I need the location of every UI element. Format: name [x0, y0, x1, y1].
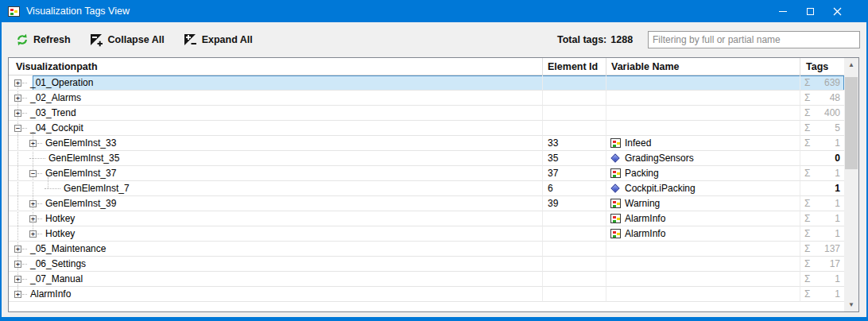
tree-connector — [22, 264, 27, 265]
path-cell[interactable]: + _05_Maintenance — [9, 242, 543, 257]
path-label: GenElemInst_7 — [64, 183, 130, 194]
scrollbar-up-icon[interactable]: ▲ — [844, 58, 858, 72]
sigma-symbol: Σ — [804, 168, 810, 179]
collapse-all-label: Collapse All — [108, 34, 165, 45]
expander-plus-icon[interactable]: + — [29, 215, 37, 222]
path-cell[interactable]: + _01_Operation — [9, 75, 543, 91]
path-label: GenElemInst_33 — [45, 137, 116, 149]
variable-name-cell — [606, 91, 800, 106]
path-label: GenElemInst_39 — [45, 198, 116, 209]
expander-plus-icon[interactable]: + — [14, 95, 21, 102]
column-header-tags[interactable]: Tags — [800, 58, 844, 75]
path-label: Hotkey — [45, 228, 75, 239]
element-id-cell: 6 — [543, 181, 606, 196]
expander-minus-icon[interactable]: − — [29, 170, 37, 177]
collapse-all-button[interactable]: Collapse All — [85, 30, 169, 50]
path-cell[interactable]: + Hotkey — [9, 211, 543, 226]
table-row[interactable]: + _06_Settings Σ 17 — [9, 257, 844, 272]
tree-connector — [45, 188, 60, 189]
tags-count: 1 — [835, 168, 840, 179]
sigma-symbol: Σ — [804, 92, 810, 103]
expander-plus-icon[interactable]: + — [14, 246, 21, 253]
path-cell[interactable]: + _06_Settings — [9, 257, 543, 272]
path-cell[interactable]: + GenElemInst_33 — [9, 136, 543, 151]
tree-connector — [22, 128, 27, 129]
sigma-symbol: Σ — [804, 122, 810, 133]
table-row[interactable]: − GenElemInst_37 37 Packing Σ 1 — [9, 166, 844, 181]
sigma-symbol: Σ — [804, 273, 810, 284]
expander-plus-icon[interactable]: + — [29, 140, 37, 147]
path-cell[interactable]: + GenElemInst_39 — [9, 196, 543, 211]
maximize-button[interactable] — [796, 0, 823, 22]
path-cell[interactable]: GenElemInst_7 — [9, 181, 543, 196]
expander-plus-icon[interactable]: + — [14, 79, 21, 87]
expander-plus-icon[interactable]: + — [29, 200, 37, 207]
tree-indent — [14, 143, 29, 144]
table-row[interactable]: + GenElemInst_33 33 Infeed Σ 1 — [9, 136, 844, 151]
variable-name-cell — [606, 242, 800, 257]
path-cell[interactable]: + _07_Manual — [9, 272, 543, 287]
tags-count: 48 — [830, 92, 840, 103]
path-cell[interactable]: − _04_Cockpit — [9, 121, 543, 136]
scrollbar-thumb[interactable] — [845, 77, 858, 169]
column-header-variable-name[interactable]: Variable Name — [606, 58, 800, 75]
table-row[interactable]: + _03_Trend Σ 400 — [9, 106, 844, 121]
tree-connector — [22, 249, 27, 249]
expander-plus-icon[interactable]: + — [14, 291, 21, 298]
expand-all-button[interactable]: Expand All — [179, 30, 258, 50]
element-id-cell: 33 — [543, 136, 606, 151]
path-cell[interactable]: + _03_Trend — [9, 106, 543, 121]
column-header-element-id[interactable]: Element Id — [543, 58, 606, 75]
table-row[interactable]: + _02_Alarms Σ 48 — [9, 91, 844, 106]
path-cell[interactable]: + _02_Alarms — [9, 91, 543, 106]
expander-plus-icon[interactable]: + — [14, 276, 21, 283]
variable-name-label: Warning — [625, 198, 660, 209]
vertical-scrollbar[interactable]: ▲ ▼ — [844, 58, 858, 311]
scrollbar-down-icon[interactable]: ▼ — [844, 298, 858, 311]
toolbar: Refresh Collapse All Expand All Total ta… — [2, 22, 866, 57]
refresh-button[interactable]: Refresh — [11, 30, 76, 49]
sigma-symbol: Σ — [804, 228, 810, 239]
table-row[interactable]: + _05_Maintenance Σ 137 — [9, 242, 844, 257]
sigma-symbol: Σ — [804, 243, 810, 254]
path-label: GenElemInst_35 — [48, 153, 119, 164]
table-row[interactable]: GenElemInst_35 35 GradingSensors 0 — [9, 151, 844, 166]
path-cell[interactable]: + AlarmInfo — [9, 287, 543, 302]
path-cell[interactable]: − GenElemInst_37 — [9, 166, 543, 181]
app-icon — [8, 6, 20, 17]
element-id-cell — [543, 75, 606, 91]
filter-input[interactable] — [648, 31, 860, 48]
expander-minus-icon[interactable]: − — [14, 125, 21, 132]
table-row[interactable]: + _07_Manual Σ 1 — [9, 272, 844, 287]
column-header-visualizationpath[interactable]: Visualizationpath — [9, 58, 543, 75]
table-row[interactable]: + Hotkey AlarmInfo Σ 1 — [9, 211, 844, 226]
variable-name-cell — [606, 106, 800, 121]
path-label: _01_Operation — [30, 77, 93, 88]
element-id-cell: 35 — [543, 151, 606, 166]
path-cell[interactable]: GenElemInst_35 — [9, 151, 543, 166]
close-button[interactable] — [823, 0, 851, 22]
table-row[interactable]: + _01_Operation Σ 639 — [9, 75, 844, 91]
table-row[interactable]: + GenElemInst_39 39 Warning Σ 1 — [9, 196, 844, 211]
grid-header: Visualizationpath Element Id Variable Na… — [9, 58, 844, 75]
expander-plus-icon[interactable]: + — [29, 230, 37, 238]
table-row[interactable]: + Hotkey AlarmInfo Σ 1 — [9, 226, 844, 242]
variable-name-label: GradingSensors — [625, 153, 694, 164]
tags-cell: Σ 1 — [800, 166, 844, 181]
expander-plus-icon[interactable]: + — [14, 110, 21, 117]
path-cell[interactable]: + Hotkey — [9, 226, 543, 242]
element-id-cell — [543, 226, 606, 242]
expander-plus-icon[interactable]: + — [14, 261, 21, 268]
visu-icon — [610, 199, 621, 208]
table-row[interactable]: − _04_Cockpit Σ 5 — [9, 121, 844, 136]
table-row[interactable]: GenElemInst_7 6 Cockpit.iPacking 1 — [9, 181, 844, 196]
minimize-button[interactable] — [769, 0, 796, 22]
tags-cell: 0 — [800, 151, 844, 166]
variable-name-label: AlarmInfo — [625, 213, 665, 224]
path-label: Hotkey — [45, 213, 75, 224]
variable-name-cell: AlarmInfo — [606, 211, 800, 226]
tags-count: 137 — [824, 243, 840, 254]
table-row[interactable]: + AlarmInfo Σ 1 — [9, 287, 844, 302]
tree-connector — [29, 158, 45, 159]
tags-tree-table: Visualizationpath Element Id Variable Na… — [8, 57, 859, 312]
